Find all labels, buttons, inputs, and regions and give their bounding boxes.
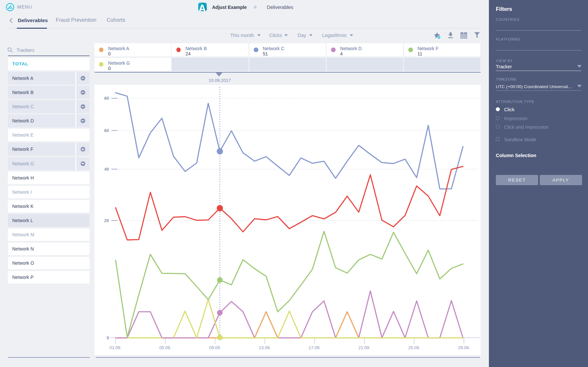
svg-text:20: 20 <box>104 218 109 223</box>
svg-text:29.09.: 29.09. <box>458 345 470 350</box>
svg-text:0: 0 <box>107 335 109 340</box>
svg-text:A: A <box>199 3 206 11</box>
svg-text:01.09.: 01.09. <box>110 345 122 350</box>
svg-text:09.09.: 09.09. <box>209 345 221 350</box>
svg-text:40: 40 <box>104 167 109 172</box>
svg-text:25.09.: 25.09. <box>408 345 420 350</box>
svg-text:21.09.: 21.09. <box>358 345 370 350</box>
svg-text:17.09.: 17.09. <box>309 345 320 350</box>
svg-text:13.09.: 13.09. <box>259 345 271 350</box>
svg-text:60: 60 <box>104 128 109 133</box>
svg-text:80: 80 <box>104 96 109 101</box>
svg-text:05.09.: 05.09. <box>159 345 171 350</box>
